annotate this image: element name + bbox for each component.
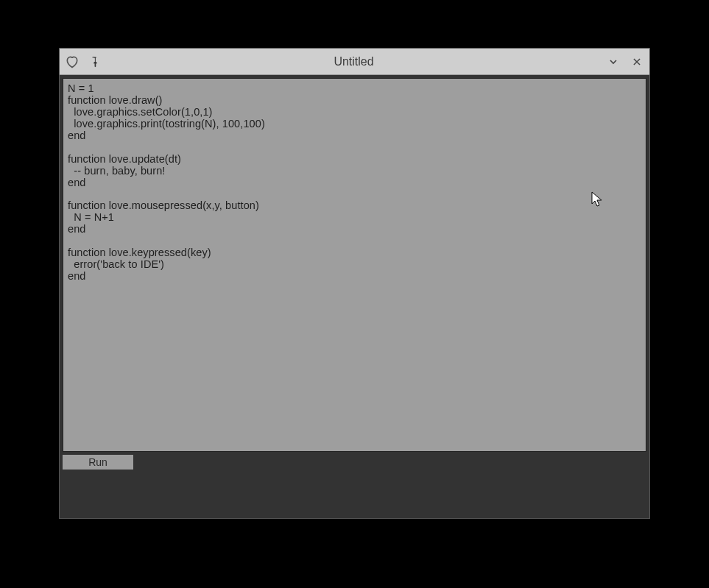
app-window: Untitled N = 1 function love.draw() love…: [59, 48, 650, 519]
bottom-bar: Run: [60, 452, 649, 518]
window-title: Untitled: [102, 55, 605, 68]
titlebar-left: [64, 54, 102, 70]
minimize-icon[interactable]: [605, 54, 621, 70]
titlebar-right: [605, 54, 645, 70]
close-icon[interactable]: [629, 54, 645, 70]
titlebar: Untitled: [60, 49, 649, 75]
code-editor[interactable]: N = 1 function love.draw() love.graphics…: [63, 78, 646, 452]
heart-icon[interactable]: [64, 54, 80, 70]
run-button[interactable]: Run: [63, 455, 133, 470]
code-content: N = 1 function love.draw() love.graphics…: [68, 83, 641, 283]
pin-icon[interactable]: [86, 54, 102, 70]
